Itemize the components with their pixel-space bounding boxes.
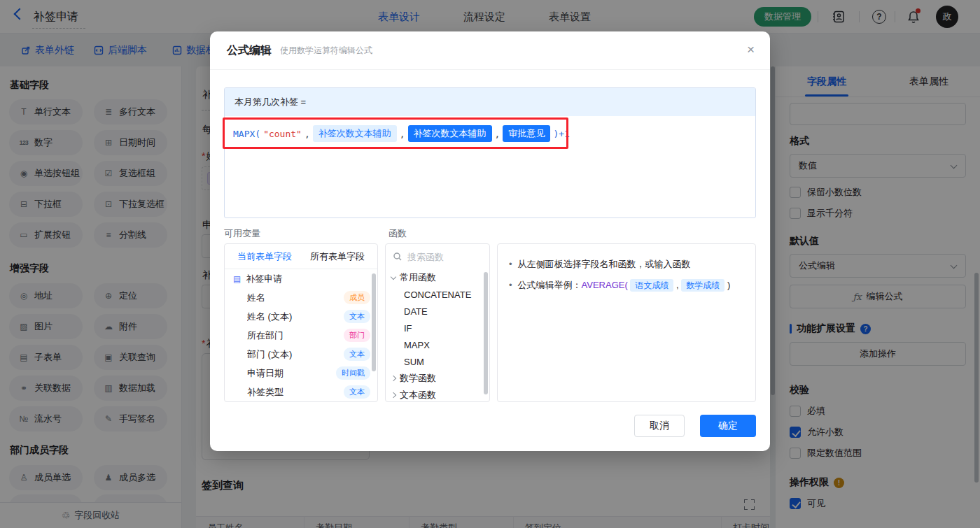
help-line-2: •公式编辑举例：AVERAGE( 语文成绩 , 数学成绩 ) bbox=[509, 275, 744, 296]
document-icon: ▤ bbox=[233, 274, 241, 284]
formula-function: MAPX( bbox=[233, 129, 260, 139]
functions-scrollbar-thumb[interactable] bbox=[484, 272, 488, 394]
field-chip[interactable]: 补签次数文本辅助 bbox=[313, 125, 397, 142]
type-badge: 文本 bbox=[344, 310, 370, 323]
function-item[interactable]: CONCATENATE bbox=[386, 286, 489, 303]
chevron-right-icon bbox=[391, 392, 396, 398]
type-badge: 文本 bbox=[344, 385, 370, 399]
type-badge: 成员 bbox=[344, 291, 370, 304]
function-group-text[interactable]: 文本函数 bbox=[386, 387, 489, 402]
chevron-down-icon bbox=[391, 273, 396, 279]
formula-separator: , bbox=[304, 129, 310, 139]
modal-title: 公式编辑 bbox=[227, 43, 272, 58]
function-search[interactable] bbox=[386, 244, 489, 269]
help-panel: •从左侧面板选择字段名和函数，或输入函数 •公式编辑举例：AVERAGE( 语文… bbox=[497, 243, 756, 402]
variable-row[interactable]: 部门 (文本)文本 bbox=[225, 345, 377, 364]
type-badge: 部门 bbox=[344, 329, 370, 342]
variable-row[interactable]: 姓名 (文本)文本 bbox=[225, 307, 377, 326]
help-line-1: •从左侧面板选择字段名和函数，或输入函数 bbox=[509, 254, 744, 275]
function-item[interactable]: DATE bbox=[386, 303, 489, 320]
variable-row[interactable]: 补签类型文本 bbox=[225, 383, 377, 401]
variables-panel: 当前表单字段 所有表单字段 ▤补签申请 姓名成员 姓名 (文本)文本 所在部门部… bbox=[224, 243, 378, 402]
modal-header: 公式编辑 使用数学运算符编辑公式 × bbox=[210, 31, 770, 70]
type-badge: 文本 bbox=[344, 348, 370, 361]
function-group-math[interactable]: 数学函数 bbox=[386, 370, 489, 387]
variable-row[interactable]: 所在部门部门 bbox=[225, 326, 377, 345]
function-item[interactable]: MAPX bbox=[386, 336, 489, 353]
example-field-chip: 数学成绩 bbox=[681, 279, 724, 292]
formula-separator: , bbox=[400, 129, 405, 139]
functions-panel: 常用函数 CONCATENATE DATE IF MAPX SUM 数学函数 文… bbox=[385, 243, 490, 402]
variables-root-row[interactable]: ▤补签申请 bbox=[225, 269, 377, 288]
tab-all-form-fields[interactable]: 所有表单字段 bbox=[310, 250, 365, 263]
variable-row[interactable]: 申请日期时间戳 bbox=[225, 364, 377, 383]
function-item[interactable]: IF bbox=[386, 320, 489, 336]
example-function: AVERAGE( bbox=[582, 280, 628, 290]
field-chip[interactable]: 补签次数文本辅助 bbox=[408, 125, 492, 142]
variables-scrollbar-thumb[interactable] bbox=[372, 273, 376, 371]
chevron-right-icon bbox=[391, 376, 396, 381]
type-badge: 时间戳 bbox=[336, 366, 370, 380]
variable-row-clipped[interactable]: 文本 bbox=[225, 401, 377, 402]
modal-subtitle: 使用数学运算符编辑公式 bbox=[280, 45, 372, 57]
cancel-button[interactable]: 取消 bbox=[634, 415, 685, 437]
search-input[interactable] bbox=[407, 252, 477, 262]
variables-tabs: 当前表单字段 所有表单字段 bbox=[225, 244, 377, 269]
variables-label: 可用变量 bbox=[224, 227, 260, 240]
variable-row[interactable]: 姓名成员 bbox=[225, 288, 377, 307]
close-icon[interactable]: × bbox=[747, 43, 755, 56]
modal-footer: 取消 确定 bbox=[634, 415, 756, 437]
search-icon bbox=[393, 252, 402, 262]
formula-target: 本月第几次补签 = bbox=[225, 88, 755, 116]
formula-edit-modal: 公式编辑 使用数学运算符编辑公式 × 本月第几次补签 = MAPX( "coun… bbox=[210, 31, 770, 451]
example-field-chip: 语文成绩 bbox=[630, 279, 673, 292]
tab-current-form-fields[interactable]: 当前表单字段 bbox=[237, 250, 292, 263]
formula-expression[interactable]: MAPX( "count" , 补签次数文本辅助 , 补签次数文本辅助 , 审批… bbox=[225, 116, 755, 151]
formula-separator: , bbox=[495, 129, 500, 139]
field-chip[interactable]: 审批意见 bbox=[503, 125, 550, 142]
function-item[interactable]: SUM bbox=[386, 353, 489, 370]
function-group-common[interactable]: 常用函数 bbox=[386, 269, 489, 286]
formula-tail: )+1 bbox=[553, 129, 569, 139]
formula-editor[interactable]: 本月第几次补签 = MAPX( "count" , 补签次数文本辅助 , 补签次… bbox=[224, 87, 756, 218]
functions-label: 函数 bbox=[388, 227, 407, 240]
confirm-button[interactable]: 确定 bbox=[700, 415, 756, 437]
app-root: 补签申请 表单设计 流程设定 表单设置 数据管理 ? 政 bbox=[0, 0, 980, 528]
formula-string-arg: "count" bbox=[263, 129, 302, 139]
